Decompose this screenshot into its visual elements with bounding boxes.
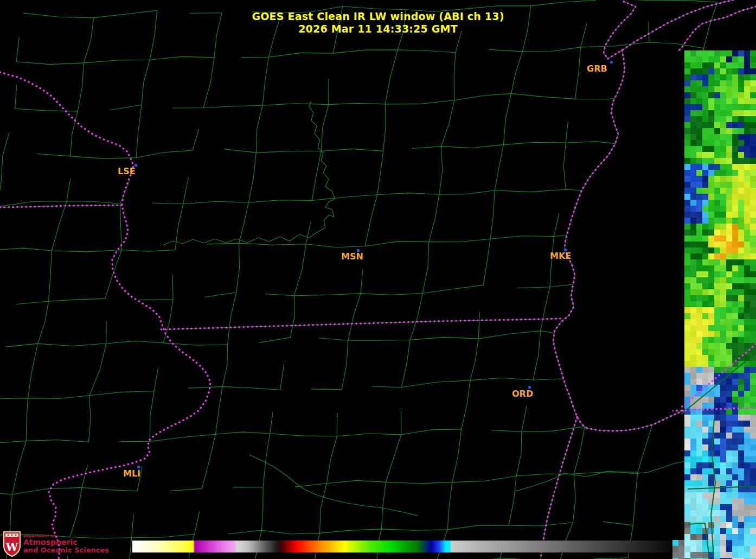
station-label-msn: MSN [341,251,363,262]
ir-satellite-data-strip [672,50,756,559]
product-title: GOES East Clean IR LW window (ABI ch 13) [0,10,756,23]
base-map [0,0,756,559]
logo-name-line1: Atmospheric [23,538,109,547]
station-dot-grb [610,61,613,63]
station-label-lse: LSE [118,166,136,176]
logo-name-line2: and Oceanic Sciences [23,547,109,554]
station-label-grb: GRB [587,63,607,74]
ir-temperature-colorbar [132,541,671,552]
uw-crest-icon: W [3,530,21,557]
goes-ir-satellite-map-view: GOES East Clean IR LW window (ABI ch 13)… [0,0,756,559]
image-title: GOES East Clean IR LW window (ABI ch 13)… [0,10,756,35]
aos-logo: W Department of Atmospheric and Oceanic … [3,530,109,557]
station-label-mke: MKE [550,251,571,261]
svg-text:W: W [5,541,18,554]
station-label-ord: ORD [512,389,533,399]
station-label-mli: MLI [123,468,140,479]
timestamp: 2026 Mar 11 14:33:25 GMT [0,23,756,35]
